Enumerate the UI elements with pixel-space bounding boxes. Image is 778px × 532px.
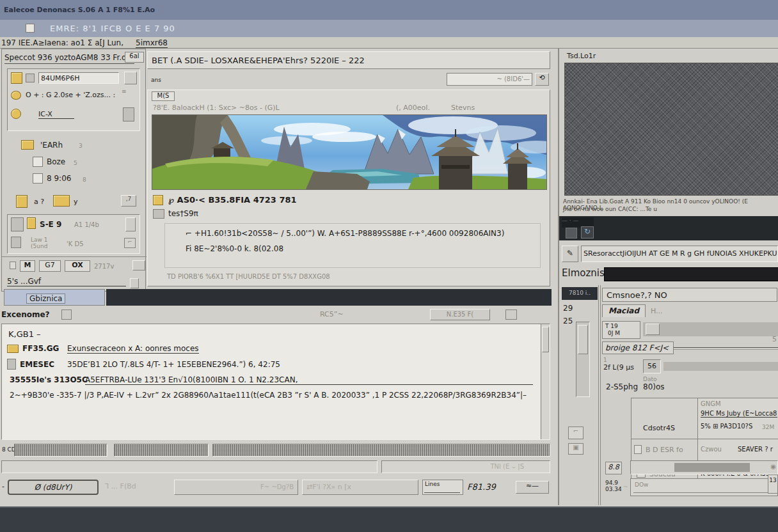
dato-value[interactable]: 80)os <box>643 382 665 391</box>
bottom-row-field[interactable]: 5's ...Gvf <box>7 277 126 286</box>
input-strip-right[interactable]: TNI (E ⌣ |S <box>381 460 550 473</box>
mode-button-m[interactable]: M <box>20 260 35 272</box>
time-a: T 19 <box>605 323 618 329</box>
tree-child1-label[interactable]: Boze <box>47 157 65 166</box>
tree-root-count: 3 <box>79 143 83 149</box>
properties-tab[interactable]: Maciad <box>602 304 646 317</box>
console-toolbar-icon2[interactable] <box>505 309 517 320</box>
dow-field[interactable]: DOw <box>630 478 778 496</box>
filter-strip-3[interactable] <box>212 444 550 457</box>
narrow-item-2[interactable]: 25 <box>563 317 573 325</box>
search-input[interactable]: 84UM6P6H <box>38 72 119 84</box>
status-button[interactable]: ≈— <box>516 481 549 494</box>
meter-bar[interactable]: ◉ <box>630 460 778 474</box>
filter-strip-1[interactable] <box>14 444 107 457</box>
log-scrollbar-thumb[interactable] <box>542 327 549 352</box>
center-toolbar: ans ~ (8ID6'— ⟲ <box>147 72 550 88</box>
asset-tree: 'EARh 3 Boze 5 8 9:06 8 <box>7 139 140 192</box>
entry-title[interactable]: ℘ AS0·< B35.8FIA 4723 781 <box>168 195 297 205</box>
toolbar-left-label: ans <box>151 77 161 83</box>
lines-field[interactable]: Lines <box>422 480 463 495</box>
chest-icon[interactable] <box>16 195 28 208</box>
narrow-slider-track[interactable] <box>576 322 590 397</box>
dow-underline <box>633 492 774 493</box>
taskbar[interactable] <box>0 506 778 532</box>
log-line-4: 2~+9B30'e -335-7 |/3 P,AE-IV + L.2vr” 2x… <box>10 391 534 400</box>
field2-strip <box>663 362 778 371</box>
checkbox-icon[interactable] <box>634 445 642 454</box>
log-scrollbar[interactable] <box>541 324 550 439</box>
item-icon <box>33 173 43 184</box>
console-toolbar-icon[interactable] <box>61 309 72 320</box>
bell-row-button[interactable] <box>125 217 136 231</box>
listing-footer-note: TD PIORB'6 %6X1 TT [HUURD5E DT 5%7 D8XXG… <box>167 273 330 280</box>
console-toolbar-button[interactable]: N.E35 F( <box>430 309 490 320</box>
law-corner-button[interactable]: ⌐ <box>124 238 136 248</box>
narrow-item-1[interactable]: 29 <box>563 304 573 313</box>
left-sidebar-panel: Speccot 936 yoztoAGM8 33 Fr.orn 6al 84UM… <box>1 49 146 292</box>
mode-button-g7[interactable]: G7 <box>39 260 61 272</box>
status-segment-3[interactable]: F~ ~Dg?B <box>174 480 298 495</box>
corner-box[interactable]: 13 <box>768 474 778 494</box>
search-button[interactable] <box>124 72 137 84</box>
tree-child2-label[interactable]: 8 9:06 <box>47 174 71 183</box>
coins-cluster-icon[interactable] <box>53 195 70 207</box>
properties-tab-2[interactable]: H... <box>651 307 663 315</box>
counter-a: 94.9 <box>605 480 618 486</box>
key-field[interactable]: IC-X <box>38 110 74 119</box>
log-output-area[interactable]: K,GB1 – FF35.GG Exunsecraceon x A: oonre… <box>1 324 550 440</box>
swirl-icon[interactable]: ↻ <box>581 226 594 239</box>
bell-row-label[interactable]: S-E 9 <box>40 220 61 229</box>
console-toolbar-mid: RC5”~ <box>320 310 344 318</box>
law-label-a: Law 1 <box>31 237 47 243</box>
status-segment-4[interactable]: ⇄F'i ?X» n [x <box>302 480 418 495</box>
elements-row: Elmoznis <box>559 266 778 283</box>
lines-underline <box>424 492 460 493</box>
menu-items[interactable]: 197 IEE.A≥Iaena: ao1 Σ a[J Lun, <box>1 38 123 47</box>
props-bottom: 8.8 ◉ 94.9 03.34 ~ DOw 13 <box>600 458 778 505</box>
properties-header: Cmsnoe?,? NO <box>602 288 777 302</box>
bell-icon <box>27 217 36 229</box>
application-window: Ealecoe Denonacs S.06 A 1 F8%1 E.Ao EMRE… <box>0 0 778 532</box>
window-titlebar[interactable]: EMRE: 8'1 IFCB O E E 7 90 <box>0 20 778 37</box>
meter-label[interactable]: 8.8 <box>605 462 622 474</box>
r2-value-a: Czwou <box>701 446 722 453</box>
input-strip[interactable] <box>1 460 377 473</box>
icons-row-button[interactable]: ,7 <box>121 195 136 207</box>
mode-button-ox[interactable]: OX <box>65 260 90 272</box>
refresh-icon[interactable]: ⟲ <box>535 73 549 86</box>
icons-row: a ? y ,7 <box>7 195 140 212</box>
time-row: T 19 0J M <box>601 320 778 339</box>
mode-row-button[interactable] <box>132 260 145 270</box>
storage-tab[interactable]: broige 812 F<J< <box>602 341 674 354</box>
table-cell-r1-right[interactable]: GNGM 9HC Ms Juby (E~Locca815 5% ⊞ PA3D10… <box>698 398 778 439</box>
narrow-button-1[interactable]: ⌐ <box>568 426 584 439</box>
elements-field[interactable] <box>604 267 778 281</box>
toolbar-value-field[interactable]: ~ (8ID6'— <box>447 73 532 86</box>
narrow-button-2[interactable]: ▣ <box>568 443 584 455</box>
counter-b: 03.34 <box>605 486 622 492</box>
pencil-icon[interactable]: ✎ <box>562 246 578 262</box>
left-panel-badge[interactable]: 6al <box>125 52 144 63</box>
stack-icon[interactable] <box>123 107 134 121</box>
camera-icon[interactable] <box>566 228 577 239</box>
field2-value-box[interactable]: 56 <box>643 359 661 373</box>
table-cell-r1-left[interactable]: Cdsotr4S <box>631 398 698 439</box>
status-active-segment[interactable]: Ø (d8UrY) <box>8 480 99 495</box>
dow-label: DOw <box>635 481 648 488</box>
menu-item-highlight[interactable]: 5imxr68 <box>136 38 168 48</box>
tree-root-label[interactable]: 'EARh <box>40 141 63 150</box>
left-panel-header: Speccot 936 yoztoAGM8 33 Fr.orn <box>4 53 134 64</box>
menu-bar[interactable]: 197 IEE.A≥Iaena: ao1 Σ a[J Lun, 5imxr68 <box>0 37 778 49</box>
folder-icon <box>7 345 19 353</box>
entry-subtitle[interactable]: tes†S9π <box>168 209 198 218</box>
bottom-row-button[interactable] <box>130 278 139 288</box>
console-tab[interactable]: Gbiznica <box>4 289 105 306</box>
options-row-label[interactable]: O + : G 2.0se + 'Z.ozs... : <box>26 91 115 99</box>
time-icon-button[interactable] <box>646 324 660 335</box>
log-line-3-name: 35555Ie's 313O5C <box>10 375 88 384</box>
path-field[interactable]: SResoracctJiOlJUH AT GE M R g GH fUNOIAS… <box>581 246 778 262</box>
narrow-slider-thumb[interactable] <box>578 325 588 354</box>
filter-strip-2[interactable] <box>114 444 209 457</box>
listing-tab[interactable]: M(S <box>152 91 175 101</box>
